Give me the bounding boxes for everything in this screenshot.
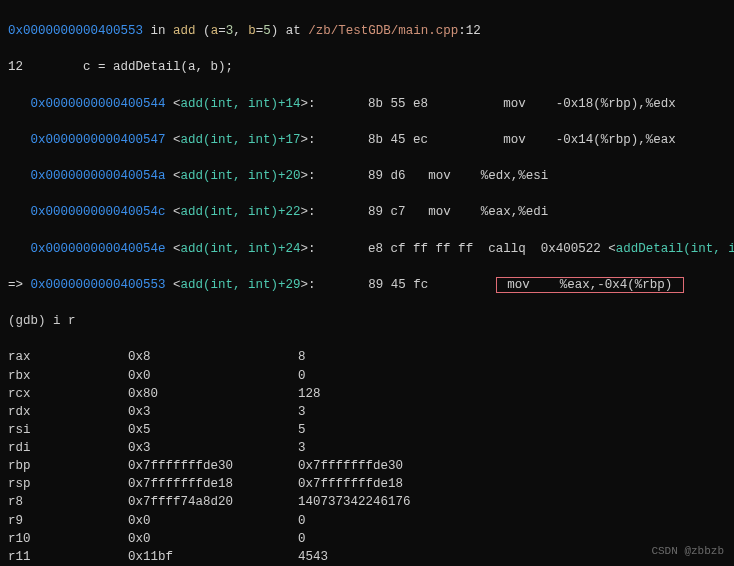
reg-name: rbp [8,457,128,475]
reg-dec: 0 [298,367,306,385]
watermark: CSDN @zbbzb [651,544,724,560]
registers-table: rax0x88rbx0x00rcx0x80128rdx0x33rsi0x55rd… [8,348,726,566]
register-row: r90x00 [8,512,726,530]
reg-name: rbx [8,367,128,385]
reg-name: rcx [8,385,128,403]
source-line: 12 c = addDetail(a, b); [8,58,726,76]
reg-dec: 140737342246176 [298,493,411,511]
disasm-row: 0x000000000040054c <add(int, int)+22>: 8… [8,203,726,221]
reg-name: r11 [8,548,128,566]
register-row: rax0x88 [8,348,726,366]
register-row: rbp0x7fffffffde300x7fffffffde30 [8,457,726,475]
reg-dec: 0x7fffffffde30 [298,457,403,475]
register-row: r100x00 [8,530,726,548]
reg-hex: 0x3 [128,439,298,457]
reg-name: r9 [8,512,128,530]
register-row: rsi0x55 [8,421,726,439]
reg-dec: 8 [298,348,306,366]
register-row: r80x7ffff74a8d20140737342246176 [8,493,726,511]
disasm-row: 0x0000000000400547 <add(int, int)+17>: 8… [8,131,726,149]
frame-func: add [173,24,196,38]
register-row: rsp0x7fffffffde180x7fffffffde18 [8,475,726,493]
reg-dec: 0 [298,512,306,530]
frame-line: 0x0000000000400553 in add (a=3, b=5) at … [8,22,726,40]
frame-addr: 0x0000000000400553 [8,24,143,38]
reg-hex: 0x5 [128,421,298,439]
reg-hex: 0x7fffffffde18 [128,475,298,493]
reg-dec: 5 [298,421,306,439]
reg-name: r8 [8,493,128,511]
reg-name: rsp [8,475,128,493]
disasm-row: 0x000000000040054e <add(int, int)+24>: e… [8,240,726,258]
reg-name: rax [8,348,128,366]
reg-hex: 0x0 [128,367,298,385]
reg-hex: 0x11bf [128,548,298,566]
gdb-prompt[interactable]: (gdb) i r [8,312,726,330]
reg-hex: 0x7ffff74a8d20 [128,493,298,511]
reg-name: rdi [8,439,128,457]
reg-name: rdx [8,403,128,421]
reg-dec: 4543 [298,548,328,566]
register-row: r110x11bf4543 [8,548,726,566]
disasm-row-current: => 0x0000000000400553 <add(int, int)+29>… [8,276,726,294]
reg-hex: 0x0 [128,512,298,530]
reg-dec: 3 [298,439,306,457]
reg-hex: 0x8 [128,348,298,366]
reg-name: rsi [8,421,128,439]
register-row: rcx0x80128 [8,385,726,403]
reg-name: r10 [8,530,128,548]
reg-dec: 0x7fffffffde18 [298,475,403,493]
reg-hex: 0x0 [128,530,298,548]
reg-hex: 0x3 [128,403,298,421]
reg-dec: 0 [298,530,306,548]
frame-file: /zb/TestGDB/main.cpp [308,24,458,38]
reg-hex: 0x7fffffffde30 [128,457,298,475]
disasm-row: 0x0000000000400544 <add(int, int)+14>: 8… [8,95,726,113]
reg-hex: 0x80 [128,385,298,403]
highlight-box: mov %eax,-0x4(%rbp) [496,277,684,293]
reg-dec: 128 [298,385,321,403]
reg-dec: 3 [298,403,306,421]
register-row: rdx0x33 [8,403,726,421]
register-row: rdi0x33 [8,439,726,457]
disasm-row: 0x000000000040054a <add(int, int)+20>: 8… [8,167,726,185]
register-row: rbx0x00 [8,367,726,385]
